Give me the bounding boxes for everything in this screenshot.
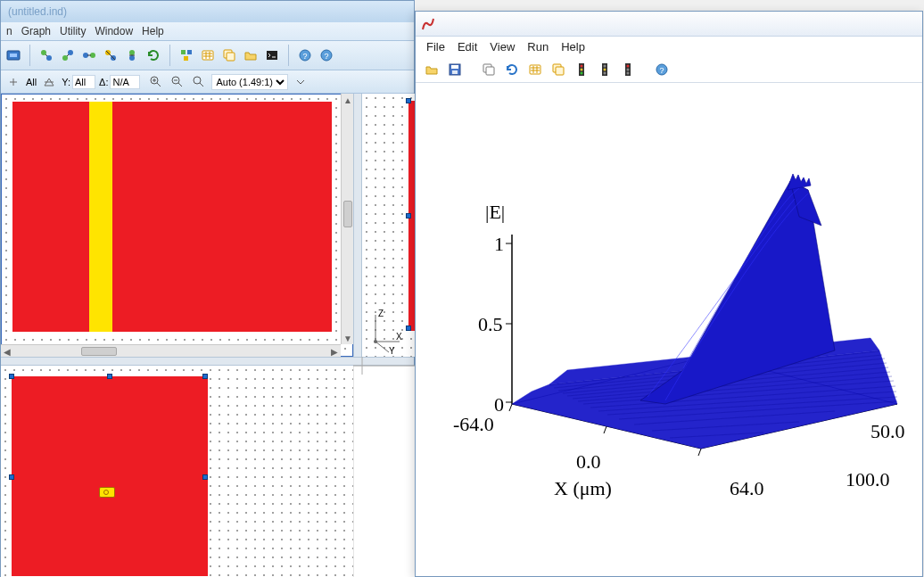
- resize-handle[interactable]: [107, 374, 112, 379]
- svg-text:Y: Y: [389, 346, 395, 355]
- svg-line-63: [698, 449, 701, 456]
- menu-item-window[interactable]: Window: [95, 25, 133, 37]
- scrollbar-vertical[interactable]: ▲ ▼: [341, 94, 353, 344]
- y-field: Y:: [62, 75, 95, 89]
- toolbar-icon[interactable]: [4, 46, 22, 64]
- delta-label: Δ:: [99, 77, 108, 87]
- all-label: All: [26, 77, 37, 87]
- svg-line-61: [509, 404, 512, 411]
- grid-icon[interactable]: [526, 61, 544, 78]
- plot-menubar: File Edit View Run Help: [416, 37, 922, 56]
- plot-area[interactable]: |E| 1 0.5 0 -64.0 0.0 64.0 X (μm) 50.0 1…: [416, 83, 922, 576]
- scroll-left-icon[interactable]: ◀: [1, 345, 13, 358]
- pane-top-xy[interactable]: [1, 94, 353, 357]
- help-icon[interactable]: ?: [318, 46, 335, 64]
- toolbar-icon[interactable]: [123, 46, 141, 64]
- toolbar-icon[interactable]: [80, 46, 98, 64]
- red-structure[interactable]: [12, 102, 332, 332]
- zoom-area-icon[interactable]: [190, 73, 208, 91]
- toolbar-icon[interactable]: [102, 46, 120, 64]
- menu-item[interactable]: n: [6, 25, 12, 37]
- resize-handle[interactable]: [202, 474, 208, 480]
- circle-marker: [103, 490, 109, 495]
- zoom-out-icon[interactable]: [169, 73, 186, 91]
- zoom-in-icon[interactable]: [147, 73, 165, 91]
- toolbar-icon[interactable]: [37, 46, 55, 64]
- svg-rect-12: [181, 50, 186, 54]
- menu-item-view[interactable]: View: [490, 40, 515, 54]
- scroll-up-icon[interactable]: ▲: [342, 94, 354, 106]
- svg-point-29: [374, 340, 377, 343]
- traffic-light-icon[interactable]: [573, 61, 590, 78]
- svg-point-45: [581, 71, 583, 74]
- stop-icon[interactable]: [619, 61, 637, 78]
- toolbar-icon[interactable]: [177, 46, 195, 64]
- svg-rect-17: [227, 53, 235, 61]
- svg-text:?: ?: [324, 52, 328, 61]
- collapse-icon[interactable]: [4, 73, 22, 91]
- copy-icon[interactable]: [549, 61, 567, 78]
- red-structure-top[interactable]: [12, 376, 208, 576]
- svg-rect-36: [452, 70, 458, 74]
- resize-handle[interactable]: [9, 374, 14, 379]
- scrollbar-horizontal[interactable]: ◀ ▶: [1, 344, 341, 357]
- svg-rect-39: [530, 65, 540, 74]
- scrollbar-thumb[interactable]: [343, 201, 352, 227]
- resize-handle[interactable]: [202, 374, 208, 379]
- open-icon[interactable]: [423, 61, 441, 78]
- menu-item-run[interactable]: Run: [527, 40, 549, 54]
- svg-text:Z: Z: [378, 309, 384, 318]
- resize-handle[interactable]: [406, 213, 411, 218]
- refresh-icon[interactable]: [144, 46, 162, 64]
- svg-point-11: [129, 55, 135, 61]
- svg-line-62: [604, 426, 606, 433]
- toolbar-icon[interactable]: [59, 46, 77, 64]
- menu-item-help[interactable]: Help: [561, 40, 585, 54]
- svg-point-52: [627, 68, 630, 70]
- svg-point-25: [194, 77, 201, 84]
- resize-handle[interactable]: [406, 98, 411, 103]
- zoom-select[interactable]: Auto (1.49:1): [211, 74, 288, 90]
- pane-bottom[interactable]: [1, 366, 353, 577]
- svg-rect-38: [486, 67, 494, 75]
- run-step-icon[interactable]: [596, 61, 614, 78]
- chevron-down-icon[interactable]: [292, 73, 309, 91]
- toolbar-separator: [29, 45, 30, 66]
- splitter-vertical[interactable]: [353, 94, 362, 357]
- svg-point-10: [129, 50, 135, 55]
- menu-item-graph[interactable]: Graph: [21, 25, 51, 37]
- svg-point-43: [581, 64, 583, 67]
- menu-item-file[interactable]: File: [426, 40, 445, 54]
- save-icon[interactable]: [446, 61, 464, 78]
- scrollbar-thumb[interactable]: [81, 347, 117, 356]
- copy-icon[interactable]: [220, 46, 238, 64]
- svg-text:X: X: [396, 332, 402, 342]
- open-folder-icon[interactable]: [242, 46, 260, 64]
- svg-rect-1: [10, 54, 17, 57]
- delta-icon[interactable]: [40, 73, 58, 91]
- copy-icon[interactable]: [480, 61, 498, 78]
- svg-rect-15: [202, 51, 213, 60]
- scroll-right-icon[interactable]: ▶: [328, 345, 341, 358]
- help-icon[interactable]: ?: [653, 61, 671, 78]
- help-icon[interactable]: ?: [296, 46, 314, 64]
- delta-input[interactable]: [110, 75, 140, 89]
- resize-handle[interactable]: [9, 474, 14, 480]
- svg-point-49: [604, 71, 606, 74]
- plot-titlebar[interactable]: [416, 12, 922, 37]
- yellow-feature[interactable]: [99, 487, 115, 498]
- y-input[interactable]: [72, 75, 95, 89]
- pane-bottom-right[interactable]: [353, 366, 416, 577]
- menu-item-utility[interactable]: Utility: [60, 25, 86, 37]
- yellow-layer[interactable]: [89, 102, 112, 332]
- splitter-horizontal[interactable]: [1, 357, 414, 366]
- refresh-icon[interactable]: [503, 61, 521, 78]
- menu-item-edit[interactable]: Edit: [458, 40, 477, 54]
- surface-plot: [416, 83, 924, 577]
- terminal-icon[interactable]: [263, 46, 281, 64]
- svg-text:?: ?: [659, 66, 664, 75]
- svg-point-44: [581, 68, 583, 70]
- scroll-down-icon[interactable]: ▼: [342, 332, 354, 344]
- toolbar-icon[interactable]: [199, 46, 217, 64]
- menu-item-help[interactable]: Help: [142, 25, 164, 37]
